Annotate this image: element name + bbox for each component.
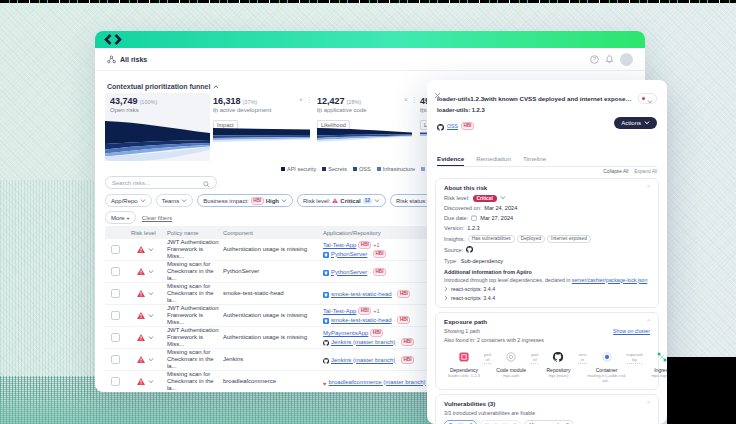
dependency-row[interactable]: react-scripts: 3.4.4 [444, 286, 650, 292]
help-icon[interactable]: ? [590, 50, 599, 68]
search-input[interactable]: Search risks... [105, 176, 217, 189]
policy-name-cell: Missing scan for Checkmarx in the la... [167, 261, 223, 282]
avatar[interactable] [620, 53, 633, 66]
vuln-filter-chip[interactable]: Not fixable · 0 [480, 420, 521, 424]
funnel-stage-separator[interactable]: ×⋮ [404, 97, 417, 103]
risk-level-cell[interactable] [131, 268, 167, 275]
exposure-node-repository[interactable]: Repositorympi (main) [538, 348, 578, 378]
exposure-path-diagram: Dependencyloader-utils: 1.2.3part ofCode… [444, 348, 650, 383]
container-icon [602, 348, 612, 365]
exposure-node-ingress[interactable]: Ingressmpi-ingress [642, 348, 667, 378]
vuln-filter-chip[interactable]: Fixable · 3 [444, 420, 477, 424]
insight-chip: Has vulnerabilities [468, 235, 515, 243]
python-icon [323, 289, 329, 298]
collapse-all-link[interactable]: Collapse All [603, 169, 628, 174]
tab-remediation[interactable]: Remediation [476, 155, 511, 166]
policy-name-cell: JWT Authentication Framework is Miss... [167, 327, 223, 348]
top-edge-artifact [0, 0, 736, 3]
repo-link[interactable]: Tal-Test-App [323, 241, 356, 249]
row-checkbox[interactable] [111, 377, 120, 386]
risk-level-cell[interactable] [131, 378, 167, 385]
expand-all-link[interactable]: Expand All [634, 169, 657, 174]
more-filters-button[interactable]: More + [105, 211, 136, 224]
column-header: Component [223, 230, 323, 236]
repo-link[interactable]: MyPaymentsApp [323, 329, 368, 337]
critical-badge: Critical [473, 195, 497, 202]
tab-evidence[interactable]: Evidence [437, 155, 464, 166]
clear-filters-link[interactable]: Clear filters [142, 215, 172, 221]
risk-level-cell[interactable] [131, 312, 167, 319]
remove-stage-icon: × [299, 97, 303, 103]
risk-level-selector[interactable] [638, 93, 658, 104]
repo-link[interactable]: smoke-test-static-head [331, 290, 392, 298]
vuln-filter-chip[interactable]: Minor upgrade · 3 [524, 420, 573, 424]
card-title: Vulnerabilities (3) [444, 400, 650, 407]
funnel-ribbon [317, 128, 412, 143]
repo-link[interactable]: Jenkins (master branch) [331, 356, 395, 364]
funnel-title: Contextual prioritization funnel [107, 83, 210, 90]
all-risks-icon [107, 50, 116, 68]
risk-level-cell[interactable] [131, 356, 167, 363]
exposure-node-module[interactable]: Code modulempi-auth [491, 348, 531, 378]
repo-link[interactable]: broadleafcommerce (master branch) [329, 378, 426, 386]
nav-label[interactable]: All risks [120, 56, 147, 63]
package-lock-link[interactable]: server/cashier/package-lock.json [572, 277, 648, 283]
tab-timeline[interactable]: Timeline [523, 155, 546, 166]
funnel-stage-separator[interactable]: ×⋮ [299, 97, 312, 103]
component-cell: Authentication usage is missing [223, 312, 323, 319]
repo-link[interactable]: PythonServer [331, 268, 367, 276]
row-checkbox[interactable] [111, 311, 120, 320]
legend-item: OSS [353, 166, 371, 172]
brand-header [95, 31, 645, 48]
component-cell: Authentication usage is missing [223, 246, 323, 253]
chevron-up-icon [213, 83, 219, 90]
source-link[interactable]: OSS [447, 123, 458, 129]
exposure-node-dependency[interactable]: Dependencyloader-utils: 1.2.3 [444, 348, 484, 378]
filter-chip[interactable]: Risk level:Critical12 [297, 194, 386, 207]
row-checkbox[interactable] [111, 267, 120, 276]
chevron-down-icon[interactable] [500, 195, 506, 201]
row-checkbox[interactable] [111, 245, 120, 254]
github-icon [466, 246, 473, 254]
row-checkbox[interactable] [111, 355, 120, 364]
search-icon [203, 174, 210, 192]
drag-handle-icon: ⋮ [411, 97, 418, 103]
hbi-badge: HBI [358, 241, 371, 249]
close-icon[interactable] [434, 85, 441, 103]
row-checkbox[interactable] [111, 333, 120, 342]
additional-info-title: Additional information from Apiiro [444, 269, 650, 275]
dependency-icon [459, 348, 469, 365]
filter-chip[interactable]: Teams [156, 194, 194, 207]
funnel-stage-1: 16,318(37%)In active developmentImpact [213, 93, 310, 131]
repo-link[interactable]: smoke-test-static-head [331, 316, 392, 324]
risk-level-cell[interactable] [131, 290, 167, 297]
notifications-icon[interactable] [605, 50, 614, 68]
hbi-badge: HBI [397, 290, 410, 298]
risk-subtitle: loader-utils: 1.2.3 [437, 107, 657, 113]
dependency-row[interactable]: react-scripts: 3.4.4 [444, 295, 650, 301]
policy-name-cell: JWT Authentication Framework is Miss... [167, 305, 223, 326]
risk-level-cell[interactable] [131, 246, 167, 253]
collapse-card-icon[interactable]: ⌃ [646, 400, 651, 407]
github-icon [323, 355, 329, 364]
show-on-cluster-link[interactable]: Show on cluster [613, 328, 650, 334]
python-icon [323, 315, 329, 324]
actions-button[interactable]: Actions [614, 117, 657, 129]
repo-link[interactable]: Tal-Test-App [323, 307, 356, 315]
risk-level-cell[interactable] [131, 334, 167, 341]
exposure-edge: exposed by [627, 352, 643, 364]
exposure-node-container[interactable]: Containermailing-it (+adds risk val... [587, 348, 627, 383]
hbi-badge: HBI [401, 356, 414, 364]
filter-chip[interactable]: Business impact:HBIHigh [197, 194, 293, 207]
policy-name-cell: Missing scan for Checkmarx in the la... [167, 283, 223, 304]
funnel-section-header[interactable]: Contextual prioritization funnel [107, 83, 219, 90]
component-cell: smoke-test-static-head [223, 290, 323, 297]
funnel-stage-0: 43,749(100%)Open risks [105, 93, 210, 161]
collapse-card-icon[interactable]: ⌃ [646, 318, 651, 325]
exposure-path-card: Exposure path ⌃ Showing 1 path Show on c… [435, 312, 659, 390]
collapse-card-icon[interactable]: ⌃ [646, 184, 651, 191]
repo-link[interactable]: Jenkins (master branch) [331, 338, 395, 346]
repo-link[interactable]: PythonServer [331, 250, 367, 258]
filter-chip[interactable]: App/Repo [105, 194, 152, 207]
row-checkbox[interactable] [111, 289, 120, 298]
